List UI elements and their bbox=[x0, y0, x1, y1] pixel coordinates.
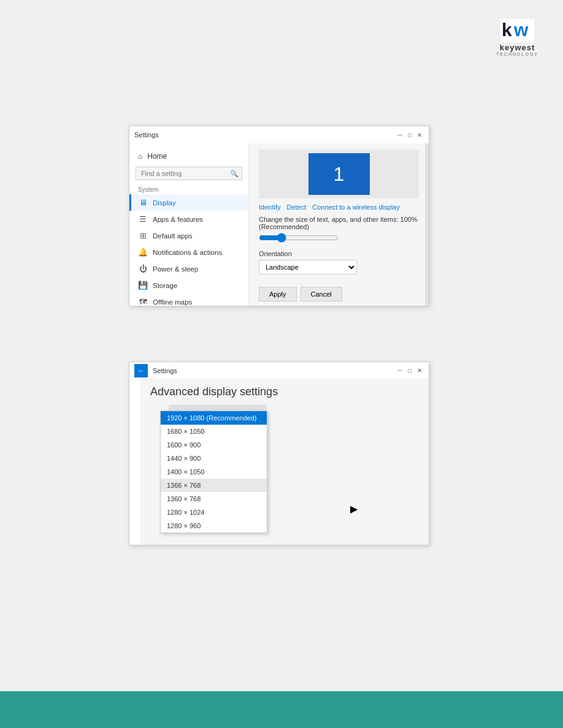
notifications-icon: 🔔 bbox=[138, 248, 148, 257]
resolution-option-8[interactable]: 1280 × 960 bbox=[161, 519, 267, 533]
maps-icon: 🗺 bbox=[138, 297, 148, 306]
sidebar-item-display[interactable]: 🖥 Display bbox=[129, 194, 248, 211]
maximize-button[interactable]: □ bbox=[405, 131, 414, 139]
window-title: Settings bbox=[134, 131, 159, 138]
brand-name: keywest bbox=[500, 43, 535, 52]
display-preview: 1 bbox=[259, 150, 419, 199]
adv-minimize-button[interactable]: ─ bbox=[396, 366, 404, 375]
orientation-label: Orientation bbox=[259, 250, 419, 257]
resolution-option-7[interactable]: 1280 × 1024 bbox=[161, 506, 267, 519]
scale-slider[interactable] bbox=[259, 233, 339, 243]
resolution-option-1[interactable]: 1680 × 1050 bbox=[161, 425, 267, 438]
power-icon: ⏻ bbox=[138, 264, 148, 273]
adv-window-controls: ─ □ ✕ bbox=[396, 366, 424, 375]
back-button[interactable]: ← bbox=[134, 364, 148, 377]
adv-page-title: Advanced display settings bbox=[150, 385, 419, 398]
home-label: Home bbox=[147, 152, 167, 161]
sidebar-item-apps[interactable]: ☰ Apps & features bbox=[129, 211, 248, 227]
keywest-logo-icon: k w bbox=[500, 18, 534, 43]
apps-icon: ☰ bbox=[138, 214, 148, 224]
search-input[interactable] bbox=[136, 167, 242, 180]
button-row: Apply Cancel bbox=[259, 287, 419, 301]
advanced-settings-window: ← Settings ─ □ ✕ Advanced display settin… bbox=[129, 362, 429, 545]
search-container: 🔍 bbox=[136, 167, 242, 180]
svg-text:w: w bbox=[513, 20, 529, 40]
resolution-option-0[interactable]: 1920 × 1080 (Recommended) bbox=[161, 411, 267, 425]
minimize-button[interactable]: ─ bbox=[396, 131, 404, 139]
sidebar-apps-label: Apps & features bbox=[153, 216, 203, 223]
adv-close-button[interactable]: ✕ bbox=[415, 366, 424, 375]
sidebar-display-label: Display bbox=[153, 199, 176, 207]
scale-slider-container bbox=[259, 233, 345, 245]
monitor-number: 1 bbox=[334, 163, 345, 186]
system-section-label: System bbox=[129, 183, 248, 194]
display-actions: Identify Detect Connect to a wireless di… bbox=[259, 203, 419, 211]
sidebar-maps-label: Offline maps bbox=[153, 298, 192, 306]
sidebar-storage-label: Storage bbox=[153, 282, 177, 289]
display-icon: 🖥 bbox=[138, 198, 148, 207]
sidebar: ⌂ Home 🔍 System 🖥 Display ☰ Apps & featu… bbox=[129, 143, 249, 306]
sidebar-item-offline-maps[interactable]: 🗺 Offline maps bbox=[129, 294, 248, 310]
mouse-cursor-icon: ▶ bbox=[350, 503, 358, 515]
titlebar: Settings ─ □ ✕ bbox=[129, 126, 429, 143]
sidebar-power-label: Power & sleep bbox=[153, 265, 198, 273]
close-button[interactable]: ✕ bbox=[415, 131, 424, 139]
resolution-option-2[interactable]: 1600 × 900 bbox=[161, 438, 267, 452]
adv-titlebar: ← Settings ─ □ ✕ bbox=[129, 362, 429, 379]
detect-link[interactable]: Detect bbox=[286, 203, 306, 211]
resolution-dropdown: 1920 × 1080 (Recommended) 1680 × 1050 16… bbox=[160, 411, 267, 533]
search-icon: 🔍 bbox=[230, 170, 239, 178]
identify-link[interactable]: Identify bbox=[259, 203, 280, 211]
apply-button[interactable]: Apply bbox=[259, 287, 297, 301]
resolution-option-5[interactable]: 1366 × 768 bbox=[161, 479, 267, 492]
home-icon: ⌂ bbox=[138, 152, 142, 161]
adv-window-body: Advanced display settings 1920 × 1080 (R… bbox=[129, 379, 429, 545]
sidebar-item-home[interactable]: ⌂ Home bbox=[129, 148, 248, 164]
adv-window-title: Settings bbox=[153, 367, 177, 374]
sidebar-item-power[interactable]: ⏻ Power & sleep bbox=[129, 260, 248, 277]
default-apps-icon: ⊞ bbox=[138, 231, 148, 240]
sidebar-item-notifications[interactable]: 🔔 Notifications & actions bbox=[129, 244, 248, 260]
settings-window: Settings ─ □ ✕ ⌂ Home 🔍 System 🖥 Display bbox=[129, 126, 429, 306]
logo: k w keywest TECHNOLOGY bbox=[496, 18, 538, 56]
adv-sidebar bbox=[129, 379, 140, 545]
resolution-option-6[interactable]: 1360 × 768 bbox=[161, 492, 267, 506]
svg-text:k: k bbox=[502, 20, 512, 40]
adv-main-content: Advanced display settings 1920 × 1080 (R… bbox=[140, 379, 429, 545]
monitor-preview: 1 bbox=[308, 153, 370, 195]
sidebar-item-storage[interactable]: 💾 Storage bbox=[129, 277, 248, 294]
cancel-button[interactable]: Cancel bbox=[301, 287, 342, 301]
sidebar-item-default-apps[interactable]: ⊞ Default apps bbox=[129, 227, 248, 244]
brand-sub: TECHNOLOGY bbox=[496, 52, 538, 56]
adv-maximize-button[interactable]: □ bbox=[405, 366, 414, 375]
resolution-option-4[interactable]: 1400 × 1050 bbox=[161, 465, 267, 479]
scrollbar[interactable] bbox=[425, 143, 429, 306]
connect-wireless-link[interactable]: Connect to a wireless display bbox=[312, 203, 399, 211]
sidebar-default-apps-label: Default apps bbox=[153, 232, 193, 240]
window-controls: ─ □ ✕ bbox=[396, 131, 424, 139]
bottom-bar bbox=[0, 691, 563, 728]
display-settings-content: 1 Identify Detect Connect to a wireless … bbox=[249, 143, 429, 306]
sidebar-notifications-label: Notifications & actions bbox=[153, 249, 222, 256]
window-body: ⌂ Home 🔍 System 🖥 Display ☰ Apps & featu… bbox=[129, 143, 429, 306]
resolution-option-3[interactable]: 1440 × 900 bbox=[161, 452, 267, 465]
orientation-select[interactable]: Landscape Portrait Landscape (flipped) P… bbox=[259, 260, 357, 275]
scale-label: Change the size of text, apps, and other… bbox=[259, 216, 419, 230]
storage-icon: 💾 bbox=[138, 281, 148, 290]
